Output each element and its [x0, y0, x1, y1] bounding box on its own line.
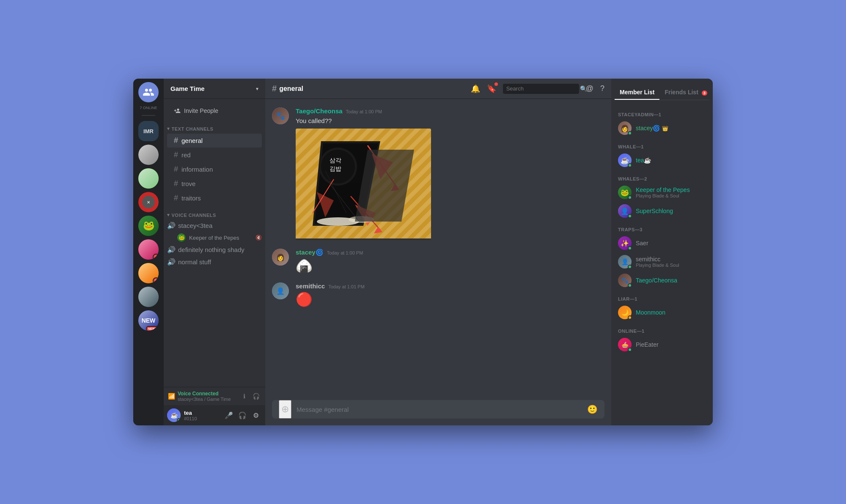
msg-author-taego[interactable]: Taego/Cheonsa: [296, 107, 343, 115]
member-avatar-semithicc: 👤: [618, 255, 632, 268]
voice-channel-shady[interactable]: 🔊 definitely nothing shady: [164, 244, 265, 256]
channel-item-red[interactable]: # red: [167, 148, 262, 162]
member-avatar-pieeater: 🥧: [618, 338, 632, 351]
saer-info: Saer: [636, 239, 706, 247]
deafen-button[interactable]: 🎧: [236, 409, 248, 421]
voice-member-keeper[interactable]: 🐸 Keeper of the Pepes 🔇: [164, 232, 265, 244]
channel-item-trove[interactable]: # trove: [167, 177, 262, 191]
chat-input-area: ⊕ 🙂: [265, 400, 611, 425]
help-icon[interactable]: ?: [600, 84, 604, 93]
server-icon-1[interactable]: [138, 145, 159, 165]
msg-emoji-stacey: 🍙: [296, 258, 604, 274]
mention-icon[interactable]: @: [586, 84, 593, 93]
chat-input[interactable]: [297, 400, 582, 419]
channel-item-information[interactable]: # information: [167, 162, 262, 176]
mute-button[interactable]: 🎤: [223, 409, 235, 421]
user-status: [177, 418, 181, 422]
semithicc-info: semithicc Playing Blade & Soul: [636, 256, 706, 268]
server-icon-6[interactable]: 1: [138, 263, 159, 283]
member-list-tabs: Member List Friends List 3: [615, 85, 709, 100]
voice-connected-location: stacey<3tea / Game Time: [178, 397, 231, 402]
server-name: Game Time: [170, 85, 256, 92]
server-icon-3[interactable]: ✕: [138, 192, 159, 212]
user-tag: #0110: [184, 416, 220, 421]
server-icon-5[interactable]: 4: [138, 239, 159, 260]
server-label-imr: IMR: [143, 128, 154, 134]
server-icon-7[interactable]: [138, 287, 159, 307]
member-avatar-stacey: 👩: [618, 121, 632, 135]
tab-friends-list[interactable]: Friends List 3: [659, 85, 712, 100]
super-name: SuperSchlong: [636, 208, 673, 214]
msg-content-taego: Taego/Cheonsa Today at 1:00 PM You calle…: [296, 107, 604, 240]
server-header[interactable]: Game Time ▾: [164, 79, 265, 99]
taego-name: Taego/Cheonsa: [636, 277, 677, 284]
settings-button[interactable]: ⚙: [250, 409, 262, 421]
chat-input-box: ⊕ 🙂: [272, 400, 604, 419]
crown-icon: 👑: [662, 126, 668, 131]
message-group-3: 👤 semithicc Today at 1:01 PM 🔴: [265, 281, 611, 309]
semithicc-game: Playing Blade & Soul: [636, 263, 706, 268]
member-moonmoon[interactable]: 🌙 Moonmoon: [615, 303, 709, 322]
member-saer[interactable]: ✨ Saer: [615, 234, 709, 252]
stacey-name: stacey🌀: [636, 125, 660, 131]
super-status: [628, 214, 632, 218]
msg-avatar-semithicc: 👤: [272, 282, 289, 299]
add-attachment-button[interactable]: ⊕: [279, 400, 291, 419]
server-icon-4[interactable]: 🐸: [138, 216, 159, 236]
member-avatar-super: 👤: [618, 204, 632, 218]
member-stacey[interactable]: 👩 stacey🌀 👑: [615, 119, 709, 137]
voice-connected-panel: 📶 Voice Connected stacey<3tea / Game Tim…: [164, 387, 265, 405]
super-info: SuperSchlong: [636, 207, 706, 215]
msg-author-stacey[interactable]: stacey🌀: [296, 249, 324, 256]
member-list: Member List Friends List 3 STACEYADMIN—1…: [611, 79, 713, 425]
member-keeper[interactable]: 🐸 Keeper of the Pepes Playing Blade & So…: [615, 183, 709, 202]
keeper-name: Keeper of the Pepes: [189, 235, 239, 241]
message-group-2: 👩 stacey🌀 Today at 1:00 PM 🍙: [265, 247, 611, 276]
channel-item-traitors[interactable]: # traitors: [167, 191, 262, 205]
server-icon-imr[interactable]: IMR: [138, 121, 159, 141]
voice-channels-category: ▾ VOICE CHANNELS: [164, 205, 265, 219]
msg-content-stacey: stacey🌀 Today at 1:00 PM 🍙: [296, 249, 604, 274]
category-whale: WHALE—1: [615, 137, 709, 151]
channel-item-general[interactable]: # general: [167, 134, 262, 148]
voice-connected-status: Voice Connected: [178, 391, 231, 397]
user-info: tea #0110: [184, 410, 220, 421]
member-avatar-taego: 🐾: [618, 274, 632, 287]
server-icon-2[interactable]: [138, 168, 159, 189]
voice-channel-stacey[interactable]: 🔊 stacey<3tea: [164, 219, 265, 232]
member-tea[interactable]: ☕ tea☕: [615, 151, 709, 170]
hash-icon: #: [174, 136, 178, 145]
voice-channel-normal[interactable]: 🔊 normal stuff: [164, 256, 265, 268]
server-icon-8[interactable]: NEW NEW ↓: [138, 310, 159, 331]
pieeater-info: PieEater: [636, 341, 706, 348]
channel-name-traitors: traitors: [181, 194, 201, 202]
server-badge-5: 4: [153, 254, 159, 260]
friends-icon[interactable]: [138, 82, 159, 102]
keeper-name: Keeper of the Pepes: [636, 186, 706, 193]
speaker-icon-2: 🔊: [167, 246, 176, 254]
msg-author-semithicc[interactable]: semithicc: [296, 282, 325, 290]
search-bar[interactable]: 🔍: [503, 84, 579, 94]
header-actions: 🔔 🔖 🔍 @ ?: [471, 84, 604, 94]
search-input[interactable]: [506, 85, 577, 92]
member-taego[interactable]: 🐾 Taego/Cheonsa: [615, 271, 709, 290]
category-whales: WHALES—2: [615, 170, 709, 183]
message-group-1: 🐾 Taego/Cheonsa Today at 1:00 PM You cal…: [265, 106, 611, 242]
tab-member-list[interactable]: Member List: [615, 85, 659, 100]
member-superschlong[interactable]: 👤 SuperSchlong: [615, 202, 709, 220]
member-semithicc[interactable]: 👤 semithicc Playing Blade & Soul: [615, 252, 709, 271]
category-liar: LIAR—1: [615, 290, 709, 303]
member-pieeater[interactable]: 🥧 PieEater: [615, 335, 709, 354]
voice-info-button[interactable]: ℹ: [239, 391, 249, 401]
server-divider: [142, 115, 155, 116]
invite-people-button[interactable]: Invite People: [167, 104, 262, 118]
channel-hash-icon: #: [272, 84, 277, 93]
bookmark-icon[interactable]: 🔖: [487, 84, 496, 93]
voice-channel-name-normal: normal stuff: [178, 258, 211, 266]
emoji-picker-button[interactable]: 🙂: [587, 404, 598, 414]
voice-headset-button[interactable]: 🎧: [251, 391, 261, 401]
msg-timestamp-2: Today at 1:00 PM: [327, 250, 363, 255]
chat-channel-title: # general: [272, 84, 303, 93]
channel-name-red: red: [181, 151, 191, 159]
notification-bell-icon[interactable]: 🔔: [471, 84, 480, 93]
